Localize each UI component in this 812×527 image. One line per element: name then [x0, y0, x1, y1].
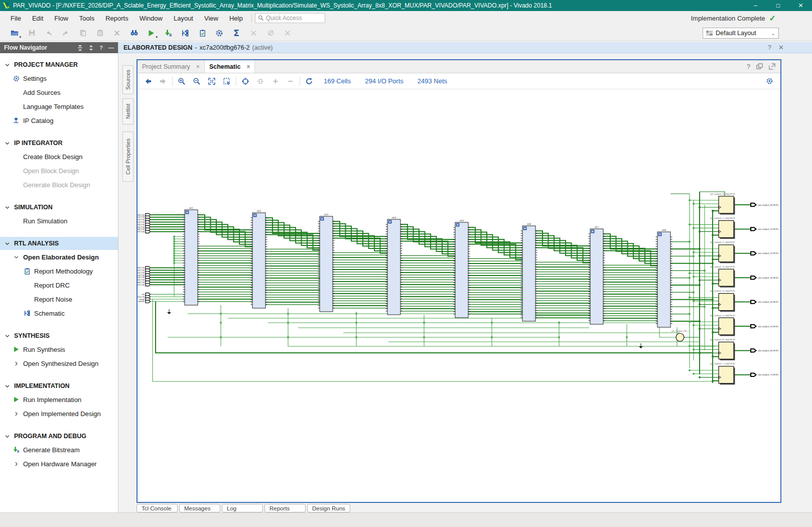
output-port-symbol[interactable]: [751, 203, 756, 206]
tab-design-runs[interactable]: Design Runs: [307, 504, 350, 512]
menu-edit[interactable]: Edit: [27, 13, 49, 24]
sidebar-item-run-synthesis[interactable]: Run Synthesis: [0, 342, 118, 356]
float-window-icon[interactable]: [756, 63, 763, 70]
help-icon[interactable]: ?: [99, 45, 103, 51]
sidebar-item-schematic[interactable]: Schematic: [0, 306, 118, 320]
output-port-symbol[interactable]: [751, 252, 756, 255]
cell-pe_output_4_reg[19:0][interactable]: [719, 294, 734, 311]
sidebar-item-run-implementation[interactable]: Run Implementation: [0, 392, 118, 407]
minimize-button[interactable]: –: [744, 0, 767, 11]
maximize-pane-icon[interactable]: [769, 63, 775, 70]
cell-pe_output_1_reg[19:0][interactable]: [719, 220, 734, 237]
schematic-block-sb7[interactable]: [590, 229, 603, 324]
schematic-canvas-area[interactable]: sb1sb2sb3sb4sb5sb6sb7sb8I0[7:0]I1[7:0]I2…: [138, 89, 780, 502]
menu-file[interactable]: File: [5, 13, 27, 24]
generate-bitstream-button[interactable]: [160, 27, 177, 40]
output-port-symbol[interactable]: [751, 300, 756, 303]
section-ip-integrator[interactable]: IP INTEGRATOR: [0, 137, 118, 150]
copy-button[interactable]: [74, 27, 91, 40]
sidebar-item-open-elaborated-design[interactable]: Open Elaborated Design: [0, 250, 118, 264]
menu-view[interactable]: View: [199, 13, 224, 24]
menu-reports[interactable]: Reports: [100, 13, 134, 24]
menu-flow[interactable]: Flow: [49, 13, 73, 24]
sidebar-item-language-templates[interactable]: Language Templates: [0, 99, 118, 113]
cell-pe_output_2_reg[19:0][interactable]: [719, 245, 734, 262]
tab-close-icon[interactable]: ×: [246, 63, 250, 70]
sidebar-item-report-methodology[interactable]: Report Methodology: [0, 264, 118, 278]
io-ports-count-link[interactable]: 294 I/O Ports: [365, 77, 403, 85]
regenerate-button[interactable]: [302, 75, 317, 87]
undo-button[interactable]: [40, 27, 57, 40]
maximize-button[interactable]: □: [767, 0, 789, 11]
section-simulation[interactable]: SIMULATION: [0, 201, 118, 214]
cell-pe_output_0_reg[19:0][interactable]: [719, 196, 734, 213]
schematic-block-sb5[interactable]: [455, 222, 468, 318]
expand-all-icon[interactable]: [88, 45, 94, 51]
quick-access-input[interactable]: Quick Access: [255, 13, 325, 23]
tab-reports[interactable]: Reports: [264, 504, 306, 512]
zoom-fit-button[interactable]: [204, 75, 219, 87]
section-program-and-debug[interactable]: PROGRAM AND DEBUG: [0, 430, 118, 443]
sidebar-item-report-drc[interactable]: Report DRC: [0, 278, 118, 292]
cell-pe_output_[0]_i[interactable]: [676, 333, 684, 341]
sidebar-item-generate-bitstream[interactable]: Generate Bitstream: [0, 443, 118, 457]
redo-button[interactable]: [57, 27, 74, 40]
schematic-settings-gear-icon[interactable]: [766, 77, 773, 85]
tab-tcl-console[interactable]: Tcl Console: [137, 504, 178, 512]
cell-pe_output_5_reg[19:0][interactable]: [719, 318, 734, 335]
banner-help-icon[interactable]: ?: [768, 44, 771, 51]
sidebar-item-report-noise[interactable]: Report Noise: [0, 292, 118, 306]
cell-pe_output_3_reg[19:0][interactable]: [719, 269, 734, 286]
report-button[interactable]: [194, 27, 211, 40]
schematic-drawing[interactable]: sb1sb2sb3sb4sb5sb6sb7sb8I0[7:0]I1[7:0]I2…: [138, 89, 780, 502]
zoom-out-button[interactable]: [189, 75, 204, 87]
sidebar-item-open-implemented-design[interactable]: Open Implemented Design: [0, 407, 118, 421]
side-tab-cell-properties[interactable]: Cell Properties: [122, 131, 133, 182]
nets-count-link[interactable]: 2493 Nets: [418, 77, 447, 85]
cells-count-link[interactable]: 169 Cells: [324, 77, 351, 85]
delete-button[interactable]: [108, 27, 125, 40]
back-button[interactable]: [141, 75, 156, 87]
run-button[interactable]: ▾: [143, 27, 160, 40]
schematic-button[interactable]: [177, 27, 194, 40]
layout-selector[interactable]: Default Layout ⌄: [703, 28, 779, 39]
port-symbol[interactable]: [146, 300, 151, 303]
menu-help[interactable]: Help: [224, 13, 248, 24]
port-symbol[interactable]: [146, 284, 151, 286]
find-button[interactable]: [125, 27, 143, 40]
tab-messages[interactable]: Messages: [179, 504, 220, 512]
output-port-symbol[interactable]: [751, 276, 756, 279]
sidebar-item-settings[interactable]: Settings: [0, 71, 118, 85]
paste-button[interactable]: [91, 27, 108, 40]
tab-close-icon[interactable]: ×: [196, 63, 200, 70]
schematic-block-sb8[interactable]: [657, 232, 670, 327]
menu-tools[interactable]: Tools: [74, 13, 100, 24]
schematic-block-sb3[interactable]: [320, 216, 333, 312]
menu-window[interactable]: Window: [134, 13, 168, 24]
sigma-report-button[interactable]: Σ: [228, 27, 245, 40]
port-symbol[interactable]: [146, 230, 151, 233]
side-tab-netlist[interactable]: Netlist: [122, 98, 133, 124]
side-tab-sources[interactable]: Sources: [122, 65, 133, 94]
section-project-manager[interactable]: PROJECT MANAGER: [0, 58, 118, 71]
settings-button[interactable]: [211, 27, 228, 40]
zoom-selection-button[interactable]: [219, 75, 234, 87]
collapse-all-icon[interactable]: [77, 45, 83, 51]
section-implementation[interactable]: IMPLEMENTATION: [0, 379, 118, 392]
cell-pe_output_6_reg[19:0][interactable]: [719, 342, 734, 359]
output-port-symbol[interactable]: [751, 373, 756, 376]
sidebar-item-add-sources[interactable]: Add Sources: [0, 85, 118, 99]
tab-schematic[interactable]: Schematic ×: [205, 60, 255, 73]
output-port-symbol[interactable]: [751, 325, 756, 328]
sidebar-item-ip-catalog[interactable]: IP Catalog: [0, 113, 118, 127]
autofit-selection-button[interactable]: [238, 75, 253, 87]
schematic-block-sb6[interactable]: [522, 226, 535, 321]
pane-help-icon[interactable]: ?: [747, 63, 750, 70]
schematic-block-sb1[interactable]: [185, 210, 198, 305]
tab-log[interactable]: Log: [222, 504, 263, 512]
sidebar-item-create-block-design[interactable]: Create Block Design: [0, 150, 118, 164]
save-button[interactable]: [23, 27, 40, 40]
open-project-button[interactable]: ▾: [6, 27, 23, 40]
cell-pe_output_7_reg[19:0][interactable]: [719, 366, 734, 383]
close-button[interactable]: ✕: [789, 0, 812, 11]
